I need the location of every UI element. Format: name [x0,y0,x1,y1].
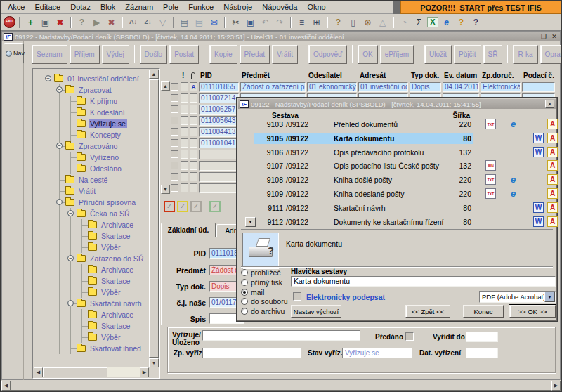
tree-item-skartace[interactable]: Skartace [34,275,149,287]
ie-icon[interactable]: e [440,16,453,29]
report-row-prehled-dokumentu[interactable]: 9103/09122Přehled dokumentů220TXTeA [238,119,556,131]
row-select-checkbox[interactable] [171,94,178,102]
cancel-query-icon[interactable]: ✖ [105,16,118,29]
menu-zaznam[interactable]: Záznam [120,1,158,13]
tree-expander-icon[interactable]: − [67,255,74,261]
row-select-checkbox[interactable] [171,173,178,181]
mail-icon[interactable]: ✉ [207,16,221,29]
delete-record-icon[interactable]: ✖ [53,16,67,29]
cell-flag[interactable] [181,105,188,114]
tree-expander-icon[interactable]: − [56,143,63,149]
back-button[interactable]: << Zpět << [405,305,450,318]
html-export-icon[interactable]: e [508,174,518,185]
action-doslo[interactable]: Došlo [140,45,168,64]
row-select-checkbox[interactable] [171,139,178,147]
row-select-checkbox[interactable] [171,150,178,158]
row-select-checkbox[interactable] [171,128,178,136]
tree-item-skartovat-ihned[interactable]: Skartovat ihned [34,343,149,354]
cell-pid[interactable]: 011101855 [199,82,239,92]
radio-primy-tisk[interactable] [241,279,248,286]
report-row-skartacni-navrh[interactable]: 9111/09122Skartační návrh80WA [238,203,556,214]
note-icon[interactable]: ▯ [346,16,360,29]
report-header-input[interactable]: Karta dokumentu [291,276,556,287]
tree-expander-icon[interactable]: − [67,210,74,216]
cell-attachment[interactable]: A [190,82,197,91]
html-export-icon[interactable]: e [508,188,518,199]
tree-item-archivace[interactable]: Archivace [34,309,149,320]
list-icon[interactable]: ≡ [295,16,308,29]
menu-editace[interactable]: Editace [30,1,65,13]
tree-vertical-scrollbar[interactable]: ▲ ▼ [149,70,159,367]
pdf-export-icon[interactable]: A [547,160,558,171]
wheel-icon[interactable]: ⊛ [361,16,374,29]
pdf-export-icon[interactable]: A [547,147,558,157]
cell-pid[interactable]: 011004413 [199,127,239,137]
cell-flag[interactable] [181,161,188,170]
print-icon[interactable]: ▤ [178,16,191,29]
action-ulozit[interactable]: Uložit [424,45,452,64]
report-row-dokumenty-ke-skartacnimu-rizeni[interactable]: ▼9112/09122Dokumenty ke skartačnímu říze… [238,217,556,228]
radio-mail[interactable] [241,289,248,296]
action-prijem[interactable]: Příjem [70,45,100,64]
tree-item-vyber[interactable]: Výběr [34,242,149,253]
tree-view-icon[interactable]: ⊞ [310,16,323,29]
tree-item-k-prijmu[interactable]: K příjmu [34,96,149,107]
cell-flag[interactable] [181,82,188,91]
tree-item-vyrizuje-se[interactable]: Vyřizuje se [34,118,149,129]
record-scroll-down-icon[interactable]: ▼ [161,185,170,194]
close-button[interactable]: Konec [463,305,504,318]
row-select-checkbox[interactable] [171,83,178,91]
report-row-kniha-dosle-posty[interactable]: 9108/09122Kniha došlé pošty220TXTeA [238,175,556,186]
cell-attachment[interactable] [190,105,197,114]
menu-okno[interactable]: Okno [302,1,330,13]
report-row-kniha-odeslane-posty[interactable]: 9109/09122Kniha odeslané pošty220TXTeA [238,189,556,200]
tree-expander-icon[interactable]: − [45,75,51,81]
set-default-button[interactable]: Nastav výchozí [291,305,341,318]
vyridit-do-input[interactable] [466,332,498,342]
sum-icon[interactable]: Σ [412,16,426,29]
tree-item-na-ceste[interactable]: Na cestě [34,174,149,185]
flag-gray[interactable]: ✓ [190,201,202,212]
word-export-icon[interactable]: W [533,133,544,143]
cell-attachment[interactable] [190,183,197,192]
pdf-export-icon[interactable]: A [547,188,558,199]
menu-funkce[interactable]: Funkce [183,1,218,13]
predano-checkbox[interactable] [405,332,414,341]
tree-item-zpracovano[interactable]: −Zpracováno [34,141,149,152]
menu-dotaz[interactable]: Dotaz [65,1,96,13]
cell-flag[interactable] [181,172,188,181]
cell-attachment[interactable] [190,161,197,170]
radio-do-archivu[interactable] [241,308,248,315]
menu-napoveda[interactable]: Nápověda [257,1,302,13]
tree-item-vyrizeno[interactable]: Vyřízeno [34,152,149,163]
flag-yellow[interactable]: ✓ [177,201,188,212]
pdf-export-icon[interactable]: A [547,216,558,227]
menu-nastroje[interactable]: Nástroje [218,1,257,13]
excel-icon[interactable]: X [427,17,438,27]
cell-pid[interactable] [199,161,239,171]
tree-item-zpracovat[interactable]: −Zpracovat [34,84,149,96]
filter-icon[interactable]: ▽ [156,16,169,29]
user-help-icon[interactable]: ? [455,16,468,29]
menu-akce[interactable]: Akce [3,1,30,13]
close-window-icon[interactable]: ✕ [550,33,558,41]
cell-pid[interactable] [199,183,239,193]
scrollbar-thumb[interactable] [149,79,159,358]
cell-flag[interactable] [181,183,188,192]
row-expander-button[interactable]: ▼ [245,217,256,227]
clock-icon[interactable]: ◔ [398,16,411,29]
row-select-checkbox[interactable] [171,105,178,113]
record-scroll-up-icon[interactable]: ▲ [161,81,170,91]
txt-export-icon[interactable]: TXT [485,119,496,129]
nav-tab[interactable]: Nav [4,43,24,64]
tree-horizontal-scrollbar[interactable]: ◀ ▶ [34,367,149,377]
cell-pid[interactable] [199,172,239,182]
vyrizuje-input[interactable] [202,330,360,341]
action-vratit[interactable]: Vrátit [272,45,298,64]
tree-item-archivace[interactable]: Archivace [34,219,149,230]
close-icon[interactable]: ✕ [545,100,554,108]
flag-green[interactable]: ✓ [209,201,221,212]
cell-pid[interactable] [199,150,239,159]
print-setup-icon[interactable]: ▤ [192,16,206,29]
dat-vyrizeni-input[interactable] [466,348,498,358]
